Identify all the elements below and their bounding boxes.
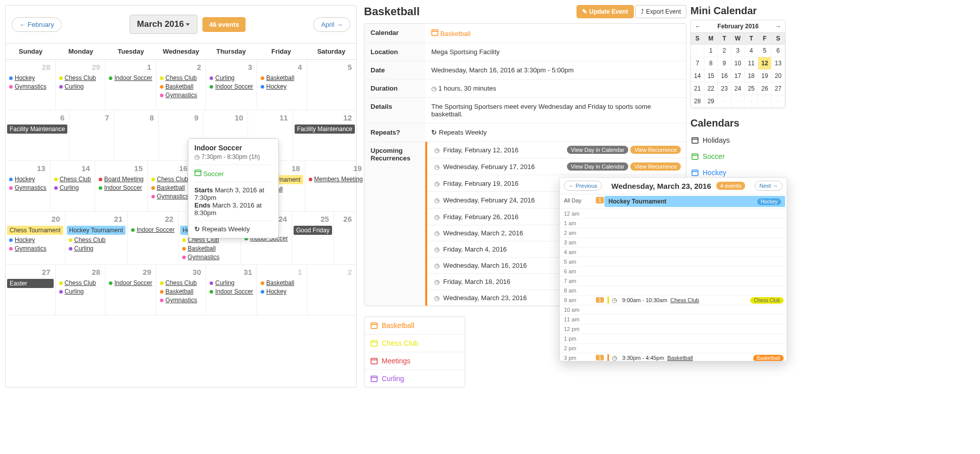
event-item[interactable]: Indoor Soccer: [129, 225, 177, 234]
mini-day[interactable]: 21: [691, 82, 705, 95]
mini-day[interactable]: 28: [691, 95, 705, 108]
event-item[interactable]: Gymnastics: [149, 192, 191, 200]
mini-day[interactable]: ·: [758, 95, 772, 108]
mini-day[interactable]: 24: [731, 82, 745, 95]
mini-day[interactable]: 13: [771, 57, 785, 70]
hour-event[interactable]: 3:30pm - 4:45pm Basketball: [607, 354, 693, 361]
mini-day[interactable]: 19: [758, 70, 772, 82]
event-item[interactable]: Basketball: [259, 278, 305, 287]
event-item[interactable]: Basketball: [158, 287, 205, 296]
event-item[interactable]: Gymnastics: [7, 244, 63, 253]
update-event-button[interactable]: Update Event: [577, 5, 634, 18]
mini-day[interactable]: ·: [745, 95, 758, 108]
event-item[interactable]: Chess Club: [149, 175, 191, 183]
calendar-list-item[interactable]: Holidays: [690, 132, 788, 148]
event-item[interactable]: Chess Club: [57, 73, 104, 82]
mini-day[interactable]: 26: [758, 82, 772, 95]
mini-day[interactable]: 5: [758, 45, 772, 57]
calendar-day[interactable]: 6Facility Maintenance: [6, 110, 69, 160]
event-item[interactable]: Gymnastics: [7, 183, 49, 192]
event-item[interactable]: Basketball: [158, 82, 205, 91]
calendar-day[interactable]: 21Hockey TournamentChess ClubCurling: [65, 212, 128, 264]
filter-item[interactable]: Chess Club: [364, 335, 465, 352]
event-item[interactable]: Curling: [57, 82, 104, 91]
event-item[interactable]: Indoor Soccer: [107, 278, 154, 287]
event-item[interactable]: Gymnastics: [180, 253, 239, 261]
event-bar[interactable]: Good Friday: [294, 226, 332, 235]
event-item[interactable]: Board Meeting: [97, 175, 146, 183]
calendar-day[interactable]: 2: [307, 265, 357, 315]
event-item[interactable]: Curling: [52, 183, 93, 192]
calendar-day[interactable]: 2Chess ClubBasketballGymnastics: [156, 60, 207, 110]
event-item[interactable]: Basketball: [259, 73, 305, 82]
calendar-day[interactable]: 30Chess ClubBasketballGymnastics: [156, 265, 207, 315]
allday-event[interactable]: Hockey Tournament Hockey: [604, 196, 785, 207]
mini-day[interactable]: ·: [771, 95, 785, 108]
calendar-day[interactable]: 25Good Friday: [292, 212, 334, 264]
event-item[interactable]: Curling: [208, 73, 255, 82]
mini-day[interactable]: 1: [705, 45, 718, 57]
filter-item[interactable]: Curling: [364, 370, 465, 387]
calendar-day[interactable]: 29Chess ClubCurling: [56, 60, 106, 110]
event-item[interactable]: Curling: [67, 244, 126, 253]
day-prev-button[interactable]: ← Previous: [564, 181, 602, 191]
calendar-list-item[interactable]: Soccer: [690, 148, 788, 164]
event-item[interactable]: Gymnastics: [158, 296, 205, 304]
detail-calendar-link[interactable]: Basketball: [440, 30, 471, 37]
event-item[interactable]: Hockey: [7, 235, 63, 244]
mini-day[interactable]: 16: [718, 70, 731, 82]
calendar-day[interactable]: 1BasketballHockey: [257, 265, 307, 315]
prev-month-button[interactable]: ← February: [12, 17, 62, 32]
mini-day[interactable]: 27: [771, 82, 785, 95]
calendar-day[interactable]: 27Easter: [6, 265, 56, 315]
event-item[interactable]: Chess Club: [67, 235, 126, 244]
event-item[interactable]: Basketball: [149, 183, 191, 192]
event-item[interactable]: Hockey: [259, 82, 305, 91]
export-event-button[interactable]: Export Event: [635, 5, 686, 18]
filter-item[interactable]: Basketball: [364, 317, 465, 335]
event-item[interactable]: Indoor Soccer: [208, 287, 255, 296]
event-item[interactable]: Hockey: [259, 287, 305, 296]
month-picker-button[interactable]: March 2016: [130, 15, 198, 34]
popover-calendar-link[interactable]: Soccer: [203, 170, 224, 178]
mini-day[interactable]: 15: [705, 70, 718, 82]
mini-day[interactable]: 7: [691, 57, 705, 70]
view-day-pill[interactable]: View Day in Calendar: [567, 162, 629, 171]
mini-day[interactable]: 9: [718, 57, 731, 70]
next-month-button[interactable]: April →: [313, 17, 350, 32]
mini-day[interactable]: 23: [718, 82, 731, 95]
event-item[interactable]: Chess Club: [158, 73, 205, 82]
event-item[interactable]: Gymnastics: [158, 91, 205, 99]
event-bar[interactable]: Chess Tournament: [7, 226, 63, 235]
event-bar[interactable]: Hockey Tournament: [67, 226, 126, 235]
calendar-day[interactable]: 20Chess TournamentHockeyGymnastics: [6, 212, 65, 264]
mini-day[interactable]: 29: [705, 95, 718, 108]
calendar-day[interactable]: 31CurlingIndoor Soccer: [206, 265, 257, 315]
event-bar[interactable]: Facility Maintenance: [295, 125, 355, 134]
event-item[interactable]: Indoor Soccer: [107, 73, 154, 82]
calendar-day[interactable]: 1Indoor Soccer: [105, 60, 156, 110]
filter-item[interactable]: Meetings: [364, 352, 465, 370]
event-item[interactable]: Chess Club: [52, 175, 93, 183]
calendar-day[interactable]: 13HockeyGymnastics: [6, 161, 51, 211]
calendar-day[interactable]: 8: [114, 110, 159, 160]
calendar-day[interactable]: 15Board MeetingIndoor Soccer: [95, 161, 148, 211]
event-item[interactable]: Chess Club: [57, 278, 104, 287]
hour-event[interactable]: 9:00am - 10:30am Chess Club: [607, 297, 699, 304]
mini-day[interactable]: 2: [718, 45, 731, 57]
mini-day[interactable]: 8: [705, 57, 718, 70]
calendar-day[interactable]: 28Chess ClubCurling: [56, 265, 106, 315]
event-item[interactable]: Chess Club: [158, 278, 205, 287]
mini-day[interactable]: 4: [745, 45, 758, 57]
calendar-day[interactable]: 3CurlingIndoor Soccer: [206, 60, 257, 110]
event-item[interactable]: Curling: [57, 287, 104, 296]
view-recurrence-pill[interactable]: View Recurrence: [630, 146, 681, 154]
mini-day[interactable]: 3: [731, 45, 745, 57]
mini-day[interactable]: 12: [758, 57, 772, 70]
calendar-day[interactable]: 5: [307, 60, 357, 110]
mini-day[interactable]: 20: [771, 70, 785, 82]
calendar-day[interactable]: 28HockeyGymnastics: [6, 60, 56, 110]
event-item[interactable]: Gymnastics: [7, 82, 54, 91]
calendar-day[interactable]: 19Members Meeting: [305, 161, 366, 211]
calendar-day[interactable]: 4BasketballHockey: [257, 60, 307, 110]
